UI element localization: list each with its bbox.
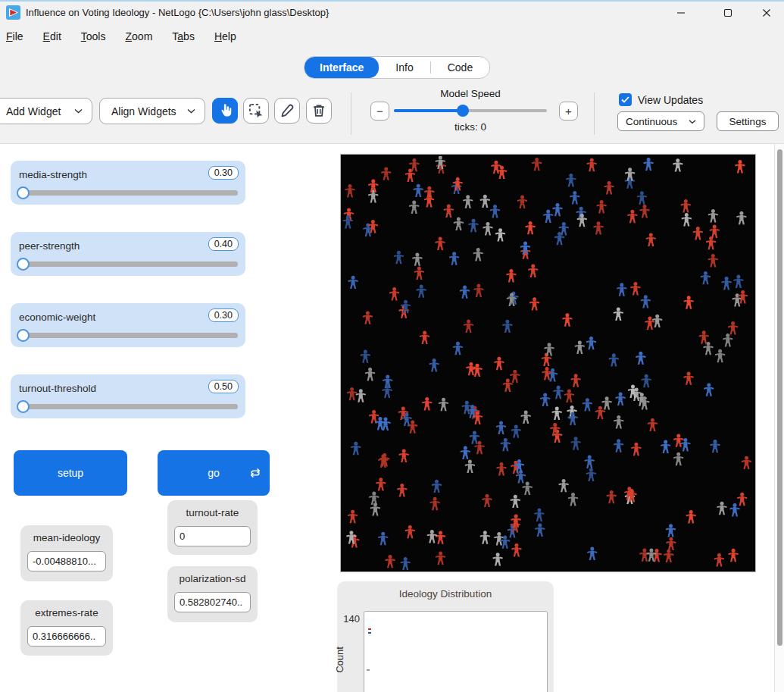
slider-turnout-threshold[interactable]: turnout-threshold 0.50: [11, 374, 245, 418]
model-speed-label: Model Speed: [394, 88, 547, 99]
slider-track[interactable]: [18, 261, 238, 267]
plot-pen-mark: [368, 628, 371, 630]
slider-thumb[interactable]: [17, 329, 30, 342]
window-title: Influence on Voting Ideology - NetLogo {…: [26, 7, 329, 18]
menu-tabs[interactable]: Tabs: [162, 27, 205, 46]
pointer-tool-button[interactable]: [212, 98, 238, 124]
plot-area: [364, 611, 548, 692]
slider-label: turnout-threshold: [19, 383, 96, 394]
plot-pen-mark: [368, 632, 371, 634]
monitor-value: 0.316666666..: [27, 626, 106, 647]
toolbar-divider: [351, 92, 351, 135]
monitor-mean-ideology: mean-ideology -0.00488810...: [20, 525, 113, 581]
slider-value-badge: 0.30: [208, 308, 239, 322]
slider-thumb[interactable]: [17, 186, 30, 199]
plot-title: Ideology Distribution: [337, 588, 554, 600]
monitor-label: turnout-rate: [167, 507, 258, 518]
trash-icon: [311, 103, 326, 118]
slider-media-strength[interactable]: media-strength 0.30: [11, 161, 245, 205]
title-bar: Influence on Voting Ideology - NetLogo {…: [0, 2, 784, 24]
monitor-label: polarization-sd: [167, 573, 258, 584]
monitor-label: extremes-rate: [20, 607, 113, 618]
slider-value-badge: 0.30: [208, 166, 239, 180]
align-widgets-dropdown[interactable]: Align Widgets: [99, 98, 205, 124]
settings-button[interactable]: Settings: [717, 111, 779, 131]
go-button-label: go: [208, 467, 220, 479]
align-widgets-label: Align Widgets: [111, 105, 176, 117]
pencil-icon: [280, 103, 295, 118]
tab-info[interactable]: Info: [379, 57, 429, 78]
menu-edit[interactable]: Edit: [33, 27, 71, 46]
tab-interface[interactable]: Interface: [305, 57, 379, 78]
agents-canvas: [342, 156, 754, 570]
menu-bar: File Edit Tools Zoom Tabs Help: [0, 24, 784, 48]
netlogo-window: Influence on Voting Ideology - NetLogo {…: [0, 0, 784, 692]
slider-economic-weight[interactable]: economic-weight 0.30: [11, 303, 245, 347]
slider-value-badge: 0.40: [208, 237, 239, 251]
monitor-label: mean-ideology: [20, 532, 113, 543]
scrollbar-thumb[interactable]: [777, 149, 782, 646]
slider-thumb[interactable]: [17, 400, 30, 413]
maximize-button[interactable]: [711, 2, 745, 24]
slider-track[interactable]: [18, 333, 238, 338]
slider-label: economic-weight: [19, 312, 95, 323]
monitor-extremes-rate: extremes-rate 0.316666666..: [20, 600, 113, 656]
plot-pen-mark: [367, 669, 370, 671]
plot-y-tick: 140: [340, 613, 360, 625]
chevron-down-icon: [689, 119, 696, 124]
top-toolbar-region: Interface Info Code Add Widget Align Wid…: [0, 48, 784, 144]
go-button[interactable]: go: [158, 450, 270, 496]
model-speed-slider[interactable]: [394, 109, 547, 112]
world-view: [341, 155, 755, 571]
close-button[interactable]: [749, 2, 784, 24]
model-speed-fill: [394, 109, 463, 112]
ideology-distribution-plot: Ideology Distribution 140 Count: [337, 581, 554, 692]
menu-zoom[interactable]: Zoom: [115, 27, 162, 46]
marquee-select-icon: [248, 103, 264, 118]
speed-minus-button[interactable]: −: [370, 102, 389, 121]
netlogo-app-icon: [6, 5, 20, 20]
slider-peer-strength[interactable]: peer-strength 0.40: [11, 232, 245, 276]
slider-thumb[interactable]: [17, 258, 30, 271]
slider-track[interactable]: [18, 190, 238, 196]
add-widget-dropdown[interactable]: Add Widget: [0, 98, 92, 124]
monitor-value: 0.582802740..: [174, 592, 251, 612]
slider-label: media-strength: [19, 169, 87, 180]
menu-file[interactable]: File: [0, 27, 33, 46]
tab-bar: Interface Info Code: [304, 56, 490, 79]
vertical-scrollbar: [774, 144, 784, 692]
monitor-value: -0.00488810...: [27, 551, 106, 571]
view-updates-checkbox[interactable]: [619, 93, 632, 106]
model-speed-thumb[interactable]: [457, 105, 469, 117]
monitor-turnout-rate: turnout-rate 0: [167, 500, 258, 555]
interface-canvas: media-strength 0.30 peer-strength 0.40 e…: [0, 144, 774, 692]
toolbar-divider: [594, 92, 595, 135]
update-mode-dropdown[interactable]: Continuous: [617, 111, 704, 131]
monitor-polarization-sd: polarization-sd 0.582802740..: [167, 566, 258, 622]
slider-track[interactable]: [18, 404, 238, 409]
minimize-button[interactable]: [664, 2, 698, 24]
update-mode-value: Continuous: [626, 116, 677, 127]
slider-label: peer-strength: [19, 240, 80, 252]
chevron-down-icon: [187, 108, 195, 114]
edit-tool-button[interactable]: [274, 98, 300, 124]
tab-code[interactable]: Code: [431, 57, 489, 78]
speed-plus-button[interactable]: +: [559, 102, 578, 121]
view-updates-label: View Updates: [638, 94, 703, 106]
marquee-select-tool-button[interactable]: [243, 98, 269, 124]
menu-tools[interactable]: Tools: [71, 27, 116, 46]
setup-button-label: setup: [58, 467, 83, 479]
delete-tool-button[interactable]: [306, 98, 332, 124]
menu-help[interactable]: Help: [205, 27, 246, 46]
ticks-counter: ticks: 0: [379, 121, 562, 133]
slider-value-badge: 0.50: [208, 380, 239, 393]
hand-pointer-icon: [217, 103, 233, 118]
chevron-down-icon: [74, 108, 83, 114]
setup-button[interactable]: setup: [14, 450, 127, 496]
plot-y-axis-label: Count: [334, 647, 345, 673]
add-widget-label: Add Widget: [6, 105, 61, 117]
check-icon: [621, 96, 629, 103]
monitor-value: 0: [174, 526, 251, 546]
forever-loop-icon: [249, 467, 261, 479]
